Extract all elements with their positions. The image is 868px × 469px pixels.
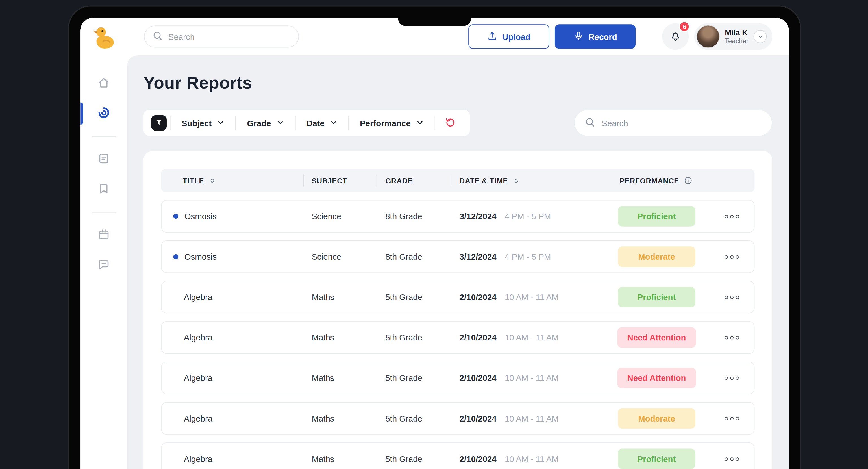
- row-menu-button[interactable]: [720, 412, 743, 425]
- table-rows: Osmosis Science 8th Grade 3/12/2024 4 PM…: [161, 200, 754, 469]
- unread-dot: [173, 254, 178, 259]
- filter-performance[interactable]: Performance: [352, 118, 431, 127]
- ellipsis-dot: [730, 215, 733, 218]
- report-title-cell: Algebra: [161, 292, 304, 302]
- table-row[interactable]: Algebra Maths 5th Grade 2/10/2024 10 AM …: [161, 281, 754, 314]
- search-icon: [585, 117, 595, 129]
- sidebar-item-notes[interactable]: [80, 145, 127, 175]
- filter-bar: Subject Grade Date: [144, 110, 470, 136]
- filter-separator: [295, 116, 296, 130]
- report-grade: 5th Grade: [377, 454, 452, 463]
- chat-icon: [97, 258, 110, 272]
- table-row[interactable]: Osmosis Science 8th Grade 3/12/2024 4 PM…: [161, 200, 754, 233]
- performance-badge: Moderate: [618, 246, 695, 267]
- sort-datetime-button[interactable]: [513, 176, 520, 185]
- report-datetime: 3/12/2024 4 PM - 5 PM: [451, 252, 604, 261]
- filter-separator: [170, 116, 170, 130]
- ellipsis-dot: [736, 336, 739, 339]
- table-row[interactable]: Algebra Maths 5th Grade 2/10/2024 10 AM …: [161, 362, 754, 395]
- ellipsis-dot: [724, 417, 728, 420]
- row-menu-button[interactable]: [720, 332, 743, 344]
- ellipsis-dot: [724, 295, 728, 299]
- ellipsis-dot: [724, 336, 728, 339]
- performance-cell: Moderate: [604, 408, 709, 429]
- report-title-cell: Algebra: [161, 454, 304, 463]
- performance-cell: Proficient: [604, 287, 709, 307]
- sort-title-button[interactable]: [209, 176, 216, 185]
- reset-icon: [445, 117, 455, 129]
- sidebar-item-calendar[interactable]: [80, 220, 127, 250]
- column-grade: Grade: [376, 174, 451, 186]
- table-row[interactable]: Algebra Maths 5th Grade 2/10/2024 10 AM …: [161, 321, 754, 354]
- notifications-button[interactable]: 6: [662, 23, 689, 50]
- user-name: Mila K: [725, 28, 748, 37]
- global-search: [144, 25, 299, 48]
- chevron-down-icon: [277, 118, 284, 127]
- reports-search: [574, 110, 773, 136]
- filter-grade[interactable]: Grade: [239, 118, 291, 127]
- report-time: 10 AM - 11 AM: [505, 373, 559, 382]
- sidebar-item-messages[interactable]: [80, 250, 127, 280]
- scale-wrapper: Upload Record 6: [0, 0, 868, 469]
- row-menu-button[interactable]: [720, 210, 743, 222]
- filter-button[interactable]: [151, 115, 167, 131]
- row-menu-button[interactable]: [720, 452, 743, 465]
- filter-performance-label: Performance: [360, 118, 411, 127]
- tablet-frame: Upload Record 6: [69, 7, 800, 469]
- calendar-icon: [97, 228, 110, 243]
- report-title: Algebra: [184, 454, 212, 463]
- row-menu-button[interactable]: [720, 291, 743, 303]
- row-menu-button[interactable]: [720, 372, 743, 384]
- ellipsis-dot: [730, 336, 733, 339]
- report-grade: 5th Grade: [377, 333, 452, 342]
- table-row[interactable]: Algebra Maths 5th Grade 2/10/2024 10 AM …: [161, 402, 754, 435]
- performance-badge: Proficient: [618, 206, 695, 227]
- page-title: Your Reports: [144, 73, 773, 93]
- sidebar-item-reports[interactable]: [80, 99, 127, 129]
- report-time: 4 PM - 5 PM: [505, 252, 551, 261]
- filters-row: Subject Grade Date: [144, 110, 773, 136]
- report-time: 10 AM - 11 AM: [505, 333, 559, 342]
- filter-subject[interactable]: Subject: [174, 118, 232, 127]
- performance-badge: Moderate: [618, 408, 695, 429]
- filter-subject-label: Subject: [182, 118, 212, 127]
- table-header: Title Subject Grade: [161, 169, 754, 192]
- column-datetime: Date & Time: [451, 174, 603, 186]
- table-row[interactable]: Algebra Maths 5th Grade 2/10/2024 10 AM …: [161, 442, 754, 469]
- upload-button[interactable]: Upload: [469, 24, 549, 49]
- report-title: Algebra: [184, 373, 212, 382]
- report-time: 10 AM - 11 AM: [505, 414, 559, 423]
- filter-date[interactable]: Date: [299, 118, 345, 127]
- user-meta: Mila K Teacher: [725, 28, 748, 45]
- record-button[interactable]: Record: [555, 24, 636, 49]
- report-title-cell: Algebra: [161, 373, 304, 382]
- actions-cell: [709, 372, 754, 384]
- reports-search-input[interactable]: [601, 118, 762, 128]
- report-datetime: 2/10/2024 10 AM - 11 AM: [451, 333, 604, 342]
- performance-cell: Proficient: [604, 206, 709, 227]
- performance-info-button[interactable]: [684, 176, 692, 185]
- report-grade: 8th Grade: [377, 212, 452, 221]
- column-actions: [709, 174, 755, 186]
- user-menu[interactable]: Mila K Teacher: [694, 23, 772, 50]
- actions-cell: [709, 251, 754, 263]
- reports-icon: [97, 106, 110, 121]
- content-area: Your Reports Subject: [127, 55, 789, 469]
- reset-filters-button[interactable]: [438, 117, 462, 129]
- table-row[interactable]: Osmosis Science 8th Grade 3/12/2024 4 PM…: [161, 241, 754, 273]
- sidebar-item-bookmarks[interactable]: [80, 174, 127, 204]
- report-datetime: 2/10/2024 10 AM - 11 AM: [451, 373, 604, 382]
- performance-badge: Need Attention: [617, 327, 696, 348]
- report-title-cell: Osmosis: [161, 212, 304, 221]
- filter-separator: [348, 116, 349, 130]
- performance-cell: Need Attention: [604, 327, 709, 348]
- sidebar-item-home[interactable]: [80, 69, 127, 99]
- ellipsis-dot: [724, 215, 728, 218]
- report-time: 4 PM - 5 PM: [505, 212, 551, 221]
- column-subject: Subject: [303, 174, 376, 186]
- global-search-input[interactable]: [167, 31, 291, 42]
- report-title: Osmosis: [184, 212, 217, 221]
- bookmark-icon: [97, 182, 110, 197]
- row-menu-button[interactable]: [720, 251, 743, 263]
- ellipsis-dot: [730, 295, 733, 299]
